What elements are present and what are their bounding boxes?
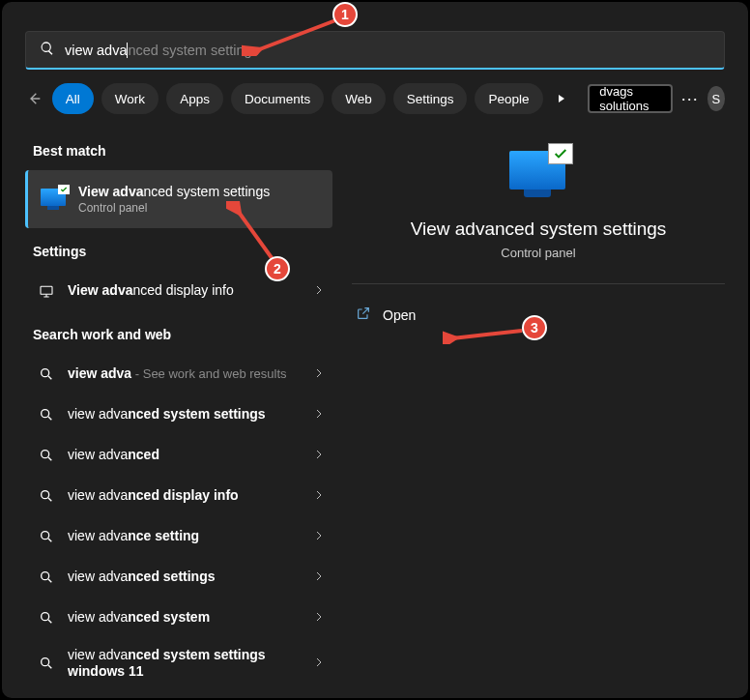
- svg-point-8: [42, 658, 49, 666]
- open-action[interactable]: Open: [352, 298, 725, 333]
- display-icon: [37, 283, 56, 299]
- extension-label[interactable]: dvags solutions: [588, 84, 673, 113]
- svg-point-4: [42, 491, 49, 499]
- chevron-right-icon: [313, 609, 325, 627]
- checkmark-icon: [548, 143, 573, 164]
- tab-work[interactable]: Work: [101, 83, 159, 114]
- divider: [352, 283, 725, 284]
- chevron-right-icon: [313, 447, 325, 464]
- workweb-heading: Search work and web: [25, 311, 332, 354]
- monitor-settings-icon: [40, 186, 67, 213]
- search-icon: [37, 407, 56, 423]
- svg-point-3: [42, 451, 49, 458]
- chevron-right-icon: [313, 569, 325, 586]
- search-input[interactable]: view advanced system settings: [25, 31, 725, 70]
- search-text: view advanced system settings: [65, 43, 259, 58]
- avatar[interactable]: S: [707, 86, 725, 111]
- tabs-scroll-right-button[interactable]: [551, 83, 573, 114]
- search-ghost: nced system settings: [128, 43, 258, 58]
- open-external-icon: [356, 306, 371, 325]
- web-result-text: view advance setting: [68, 528, 302, 545]
- web-result[interactable]: view advanced display info: [25, 476, 332, 516]
- web-result[interactable]: view advanced system settings: [25, 394, 332, 435]
- search-icon: [37, 656, 56, 671]
- chevron-right-icon: [313, 406, 325, 423]
- web-result-text: view advanced settings: [68, 569, 302, 586]
- tab-people[interactable]: People: [475, 83, 542, 114]
- search-icon: [37, 366, 56, 382]
- tab-apps[interactable]: Apps: [166, 83, 223, 114]
- svg-point-2: [42, 410, 49, 418]
- search-typed: view adva: [65, 43, 127, 58]
- tab-web[interactable]: Web: [332, 83, 386, 114]
- filter-tabs-row: AllWorkAppsDocumentsWebSettingsPeople dv…: [2, 83, 748, 128]
- svg-point-6: [42, 572, 49, 580]
- tab-documents[interactable]: Documents: [231, 83, 324, 114]
- svg-rect-0: [41, 286, 52, 294]
- tab-all[interactable]: All: [52, 83, 94, 114]
- chevron-right-icon: [313, 282, 325, 300]
- open-label: Open: [383, 307, 416, 323]
- preview-panel: View advanced system settings Control pa…: [352, 128, 725, 688]
- search-icon: [40, 41, 55, 60]
- search-icon: [37, 488, 56, 504]
- preview-subtitle: Control panel: [501, 246, 575, 260]
- settings-heading: Settings: [25, 228, 332, 271]
- back-button[interactable]: [25, 85, 44, 112]
- results-panel: Best match View advanced system settings…: [25, 128, 332, 688]
- settings-result-text: View advanced display info: [68, 282, 302, 300]
- svg-point-1: [42, 369, 49, 377]
- svg-point-7: [42, 613, 49, 621]
- search-icon: [37, 448, 56, 463]
- chevron-right-icon: [313, 365, 325, 383]
- web-result[interactable]: view advanced system: [25, 598, 332, 638]
- settings-result[interactable]: View advanced display info: [25, 271, 332, 311]
- web-result[interactable]: view advanced settings: [25, 557, 332, 598]
- web-result-text: view advanced system: [68, 609, 302, 627]
- web-result[interactable]: view advanced system settings windows 11: [25, 638, 332, 688]
- best-match-subtitle: Control panel: [78, 201, 270, 215]
- web-result-text: view advanced: [68, 447, 302, 464]
- web-result-text: view advanced system settings: [68, 406, 302, 423]
- best-match-result[interactable]: View advanced system settings Control pa…: [25, 170, 332, 228]
- more-options-button[interactable]: ···: [680, 85, 700, 112]
- callout-1: 1: [332, 2, 358, 27]
- web-result[interactable]: view advanced: [25, 435, 332, 476]
- chevron-right-icon: [313, 487, 325, 505]
- chevron-right-icon: [313, 528, 325, 545]
- best-match-title: View advanced system settings: [78, 184, 270, 199]
- web-result[interactable]: view advance setting: [25, 516, 332, 557]
- search-icon: [37, 529, 56, 544]
- web-result-text: view advanced system settings windows 11: [68, 647, 302, 680]
- best-match-heading: Best match: [25, 128, 332, 170]
- search-icon: [37, 569, 56, 585]
- svg-point-5: [42, 532, 49, 540]
- tab-settings[interactable]: Settings: [393, 83, 468, 114]
- web-result[interactable]: view adva - See work and web results: [25, 354, 332, 394]
- preview-icon: [509, 151, 567, 199]
- chevron-right-icon: [313, 655, 325, 672]
- web-result-text: view advanced display info: [68, 487, 302, 505]
- web-result-text: view adva - See work and web results: [68, 365, 302, 383]
- search-icon: [37, 610, 56, 626]
- preview-title: View advanced system settings: [411, 219, 667, 240]
